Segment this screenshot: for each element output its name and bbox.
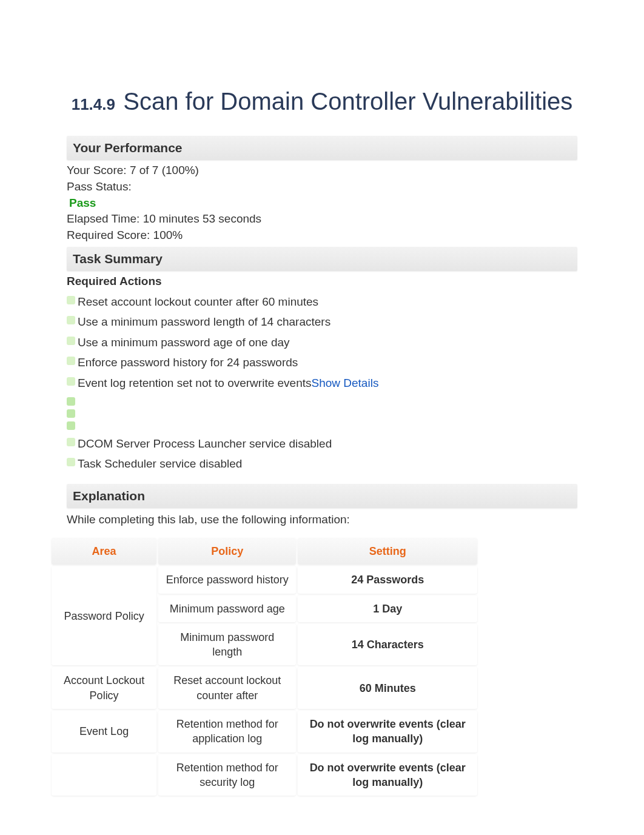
action-text: Enforce password history for 24 password… — [78, 356, 298, 369]
setting-cell: Do not overwrite events (clear log manua… — [298, 754, 477, 796]
check-icon — [67, 438, 75, 446]
check-icon — [67, 421, 75, 430]
score-value: 7 of 7 (100%) — [130, 164, 199, 176]
action-text: Use a minimum password length of 14 char… — [78, 315, 330, 328]
area-cell: Event Log — [52, 711, 156, 753]
check-icon — [67, 377, 75, 386]
col-setting-header: Setting — [298, 538, 477, 565]
score-label: Your Score: — [67, 164, 127, 176]
action-text: Task Scheduler service disabled — [78, 457, 242, 470]
check-icon — [67, 357, 75, 365]
page-title: 11.4.9 Scan for Domain Controller Vulner… — [67, 85, 577, 118]
check-icon — [67, 458, 75, 466]
elapsed-label: Elapsed Time: — [67, 212, 139, 225]
show-details-link[interactable]: Show Details — [312, 377, 379, 389]
policy-cell: Retention method for application log — [158, 711, 296, 753]
expanded-checks — [67, 397, 577, 430]
required-actions-list-cont: DCOM Server Process Launcher service dis… — [67, 434, 577, 474]
policy-cell: Enforce password history — [158, 566, 296, 593]
action-text: Event log retention set not to overwrite… — [78, 377, 312, 389]
title-text: Scan for Domain Controller Vulnerabiliti… — [123, 88, 572, 115]
check-icon — [67, 397, 75, 406]
area-cell: Account Lockout Policy — [52, 667, 156, 709]
table-row: Account Lockout Policy Reset account loc… — [52, 667, 477, 709]
explanation-header: Explanation — [67, 484, 577, 508]
setting-cell: 14 Characters — [298, 624, 477, 666]
setting-cell: Do not overwrite events (clear log manua… — [298, 711, 477, 753]
pass-status-label: Pass Status: — [67, 180, 132, 193]
required-score-label: Required Score: — [67, 229, 150, 241]
policy-cell: Retention method for security log — [158, 754, 296, 796]
title-number: 11.4.9 — [72, 95, 115, 113]
area-cell — [52, 754, 156, 796]
required-score-value: 100% — [153, 229, 183, 241]
area-cell: Password Policy — [52, 566, 156, 665]
policy-cell: Minimum password age — [158, 595, 296, 622]
check-icon — [67, 409, 75, 418]
policy-cell: Reset account lockout counter after — [158, 667, 296, 709]
table-row: Password Policy Enforce password history… — [52, 566, 477, 593]
col-policy-header: Policy — [158, 538, 296, 565]
action-text: Reset account lockout counter after 60 m… — [78, 295, 318, 308]
action-item: Event log retention set not to overwrite… — [67, 373, 577, 394]
check-icon — [67, 316, 75, 324]
table-row: Retention method for security log Do not… — [52, 754, 477, 796]
task-summary-header: Task Summary — [67, 247, 577, 271]
col-area-header: Area — [52, 538, 156, 565]
action-text: Use a minimum password age of one day — [78, 336, 290, 349]
setting-cell: 24 Passwords — [298, 566, 477, 593]
required-actions-subhead: Required Actions — [67, 273, 577, 289]
table-row: Event Log Retention method for applicati… — [52, 711, 477, 753]
required-actions-list: Reset account lockout counter after 60 m… — [67, 292, 577, 394]
action-item: Enforce password history for 24 password… — [67, 352, 577, 373]
performance-block: Your Score: 7 of 7 (100%) Pass Status: P… — [67, 163, 577, 243]
check-icon — [67, 337, 75, 345]
policy-table: Area Policy Setting Password Policy Enfo… — [50, 536, 479, 797]
setting-cell: 60 Minutes — [298, 667, 477, 709]
check-icon — [67, 296, 75, 304]
setting-cell: 1 Day — [298, 595, 477, 622]
performance-header: Your Performance — [67, 136, 577, 160]
action-item: Use a minimum password length of 14 char… — [67, 312, 577, 332]
pass-status-value: Pass — [67, 196, 96, 209]
action-item: Use a minimum password age of one day — [67, 332, 577, 353]
explanation-intro: While completing this lab, use the follo… — [67, 512, 577, 528]
elapsed-value: 10 minutes 53 seconds — [143, 212, 261, 225]
policy-cell: Minimum password length — [158, 624, 296, 666]
action-text: DCOM Server Process Launcher service dis… — [78, 437, 332, 450]
action-item: Reset account lockout counter after 60 m… — [67, 292, 577, 312]
action-item: DCOM Server Process Launcher service dis… — [67, 434, 577, 454]
action-item: Task Scheduler service disabled — [67, 454, 577, 474]
